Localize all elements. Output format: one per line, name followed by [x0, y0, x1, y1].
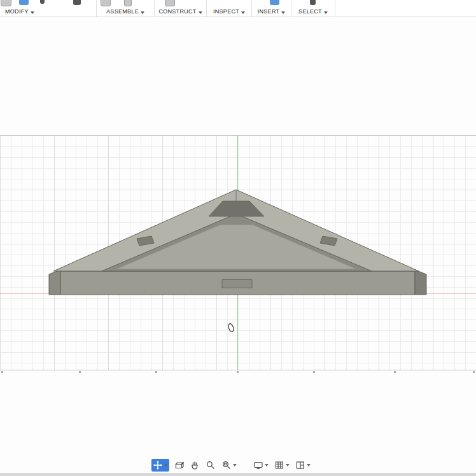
move-arrows-icon[interactable]: [151, 459, 169, 472]
toolbar-icon-fragment[interactable]: [73, 0, 81, 5]
toolbar-icon-fragment[interactable]: [101, 0, 111, 6]
box-icon[interactable]: [172, 459, 185, 472]
bottom-edge-strip: [0, 473, 476, 476]
toolbar-icon-fragment[interactable]: [270, 0, 279, 5]
chevron-down-icon: [233, 464, 237, 466]
grid-tick: [1, 371, 3, 373]
chevron-down-icon: [324, 11, 328, 14]
magnifier-window-icon[interactable]: [220, 459, 238, 472]
viewport-canvas[interactable]: [0, 17, 476, 473]
chevron-down-icon: [199, 11, 202, 14]
top-toolbar: MODIFY ASSEMBLE CONSTRUCT INSPECT INSERT…: [0, 0, 476, 17]
toolbar-icon-fragment[interactable]: [1, 0, 11, 6]
chevron-down-icon: [241, 11, 245, 14]
chevron-down-icon: [281, 11, 285, 14]
grid-tick: [155, 371, 157, 373]
view-navigation-bar: [151, 459, 312, 472]
chevron-down-icon: [307, 464, 311, 466]
toolbar-icon-fragment[interactable]: [310, 0, 316, 5]
grid-icon[interactable]: [273, 459, 291, 472]
toolbar-icon-fragment[interactable]: [40, 0, 45, 4]
grid-tick: [313, 371, 315, 373]
model-face-left-cap[interactable]: [49, 270, 60, 295]
grid-tick: [79, 371, 81, 373]
menu-modify[interactable]: MODIFY: [0, 0, 97, 17]
toolbar-spacer: [335, 0, 476, 17]
menu-assemble-label: ASSEMBLE: [106, 8, 139, 15]
origin-ring[interactable]: [228, 323, 235, 333]
hand-icon[interactable]: [188, 459, 201, 472]
toolbar-icon-fragment[interactable]: [124, 0, 132, 6]
toolbar-icon-fragment[interactable]: [19, 0, 29, 5]
display-settings-icon[interactable]: [252, 459, 270, 472]
viewports-icon[interactable]: [294, 459, 312, 472]
chevron-down-icon: [286, 464, 290, 466]
model-face-right-cap[interactable]: [415, 270, 426, 295]
toolbar-icon-fragment[interactable]: [165, 0, 175, 6]
model-slot-front[interactable]: [222, 280, 252, 288]
menu-construct-label: CONSTRUCT: [158, 8, 196, 15]
chevron-down-icon: [141, 11, 144, 14]
menu-insert-label: INSERT: [258, 8, 280, 15]
magnifier-icon[interactable]: [204, 459, 217, 472]
chevron-down-icon: [31, 11, 34, 14]
menu-inspect[interactable]: INSPECT: [207, 0, 252, 17]
grid-tick: [473, 371, 475, 373]
menu-inspect-label: INSPECT: [213, 8, 239, 15]
chevron-down-icon: [164, 464, 168, 466]
menu-modify-label: MODIFY: [5, 8, 29, 15]
menu-select-label: SELECT: [298, 8, 322, 15]
model-3d-triangular-tray[interactable]: [0, 135, 476, 369]
grid-tick: [394, 371, 396, 373]
grid-tick: [237, 371, 239, 373]
chevron-down-icon: [265, 464, 269, 466]
menu-construct[interactable]: CONSTRUCT: [155, 0, 207, 17]
